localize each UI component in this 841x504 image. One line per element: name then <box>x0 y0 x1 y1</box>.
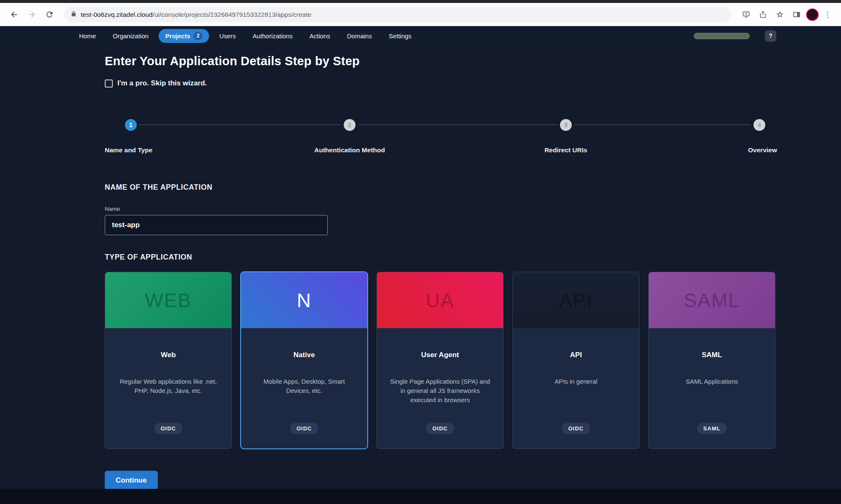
nav-item-settings[interactable]: Settings <box>382 30 418 42</box>
card-protocol-badge: OIDC <box>154 423 183 434</box>
url-path: /ui/console/projects/232684979153322813/… <box>153 11 311 18</box>
nav-label: Home <box>79 32 96 40</box>
card-protocol-badge: SAML <box>697 423 727 434</box>
step-circle-2: 2 <box>344 119 356 131</box>
back-icon[interactable] <box>7 8 21 22</box>
browser-menu-icon[interactable]: ⋮ <box>821 10 834 19</box>
side-panel-icon[interactable] <box>789 8 804 22</box>
wizard-content: Enter Your Application Details Step by S… <box>105 54 777 490</box>
nav-item-domains[interactable]: Domains <box>340 30 379 42</box>
wizard-stepper: 1 2 3 4 Name and Type Authentication Met… <box>105 119 777 161</box>
step-label-overview: Overview <box>748 146 777 154</box>
step-label-name-and-type: Name and Type <box>105 146 152 154</box>
app-type-card-native[interactable]: N Native Mobile Apps, Desktop, Smart Dev… <box>241 272 368 449</box>
card-banner: SAML <box>649 272 775 328</box>
card-banner: WEB <box>105 272 231 328</box>
url-text: test-0o6zvq.zitadel.cloud/ui/console/pro… <box>81 11 311 19</box>
card-title: Native <box>241 351 367 359</box>
card-banner-text: WEB <box>145 289 192 312</box>
nav-label: Organization <box>113 32 149 40</box>
nav-item-authorizations[interactable]: Authorizations <box>246 30 299 42</box>
card-title: API <box>513 351 639 359</box>
card-banner-text: UA <box>426 289 454 312</box>
url-domain: test-0o6zvq.zitadel.cloud <box>81 11 153 18</box>
nav-label: Authorizations <box>252 32 292 40</box>
app-name-input[interactable] <box>105 215 328 235</box>
help-button[interactable]: ? <box>765 30 776 42</box>
share-icon[interactable] <box>756 8 770 22</box>
card-protocol-badge: OIDC <box>426 423 454 434</box>
name-section-heading: NAME OF THE APPLICATION <box>105 183 777 192</box>
card-description: SAML Applications <box>649 377 775 386</box>
card-banner-text: N <box>297 289 311 312</box>
card-description: Single Page Applications (SPA) and in ge… <box>377 377 503 405</box>
address-bar[interactable]: test-0o6zvq.zitadel.cloud/ui/console/pro… <box>64 7 731 22</box>
nav-label: Domains <box>347 32 372 40</box>
browser-tab-strip <box>0 0 841 3</box>
nav-item-actions[interactable]: Actions <box>303 30 337 42</box>
lock-icon <box>71 11 77 19</box>
card-banner-text: SAML <box>684 289 740 312</box>
stepper-connector-line <box>134 125 755 125</box>
nav-item-users[interactable]: Users <box>212 30 242 42</box>
card-description: Regular Web applications like .net, PHP,… <box>105 377 231 395</box>
page-title: Enter Your Application Details Step by S… <box>105 54 777 68</box>
step-circle-3: 3 <box>560 119 572 131</box>
card-title: Web <box>105 351 231 359</box>
card-title: SAML <box>649 351 775 359</box>
type-section-heading: TYPE OF APPLICATION <box>105 253 777 262</box>
refresh-icon[interactable] <box>42 8 56 22</box>
card-banner: N <box>241 272 367 328</box>
app-type-card-user-agent[interactable]: UA User Agent Single Page Applications (… <box>377 272 504 449</box>
app-type-cards: WEB Web Regular Web applications like .n… <box>105 272 777 449</box>
card-protocol-badge: OIDC <box>290 423 318 434</box>
continue-button[interactable]: Continue <box>105 471 158 490</box>
skip-wizard-label: I'm a pro. Skip this wizard. <box>117 79 207 88</box>
app-navigation: Home Organization Projects2 Users Author… <box>0 26 841 45</box>
nav-item-organization[interactable]: Organization <box>106 30 155 42</box>
card-title: User Agent <box>377 351 503 359</box>
browser-actions: ⋮ <box>739 8 834 22</box>
name-field-label: Name <box>105 206 777 212</box>
browser-profile-avatar[interactable] <box>806 8 819 21</box>
bookmark-star-icon[interactable] <box>772 8 787 22</box>
nav-item-projects[interactable]: Projects2 <box>159 29 209 43</box>
install-app-icon[interactable] <box>739 8 753 22</box>
step-circle-1: 1 <box>125 119 137 131</box>
org-name-pill[interactable] <box>694 33 750 39</box>
card-description: Mobile Apps, Desktop, Smart Devices, etc… <box>241 377 367 395</box>
nav-item-home[interactable]: Home <box>72 30 103 42</box>
app-type-card-api[interactable]: API API APIs in general OIDC <box>512 272 639 449</box>
card-protocol-badge: OIDC <box>562 423 590 434</box>
skip-wizard-checkbox[interactable] <box>105 80 113 88</box>
step-label-authentication-method: Authentication Method <box>314 146 385 154</box>
card-banner: UA <box>377 272 503 328</box>
projects-count-badge: 2 <box>194 32 202 40</box>
card-banner-text: API <box>559 289 593 312</box>
app-type-card-web[interactable]: WEB Web Regular Web applications like .n… <box>105 272 232 449</box>
nav-label: Projects <box>165 32 190 40</box>
card-description: APIs in general <box>513 377 639 386</box>
browser-toolbar: test-0o6zvq.zitadel.cloud/ui/console/pro… <box>0 3 841 26</box>
card-banner: API <box>513 272 639 328</box>
skip-wizard-row[interactable]: I'm a pro. Skip this wizard. <box>105 79 777 88</box>
nav-label: Actions <box>310 32 330 40</box>
step-label-redirect-uris: Redirect URIs <box>544 146 587 154</box>
nav-label: Users <box>219 32 236 40</box>
forward-icon[interactable] <box>24 8 39 22</box>
nav-label: Settings <box>389 32 411 40</box>
app-type-card-saml[interactable]: SAML SAML SAML Applications SAML <box>648 272 775 449</box>
bottom-strip <box>0 489 841 504</box>
step-circle-4: 4 <box>753 119 765 131</box>
